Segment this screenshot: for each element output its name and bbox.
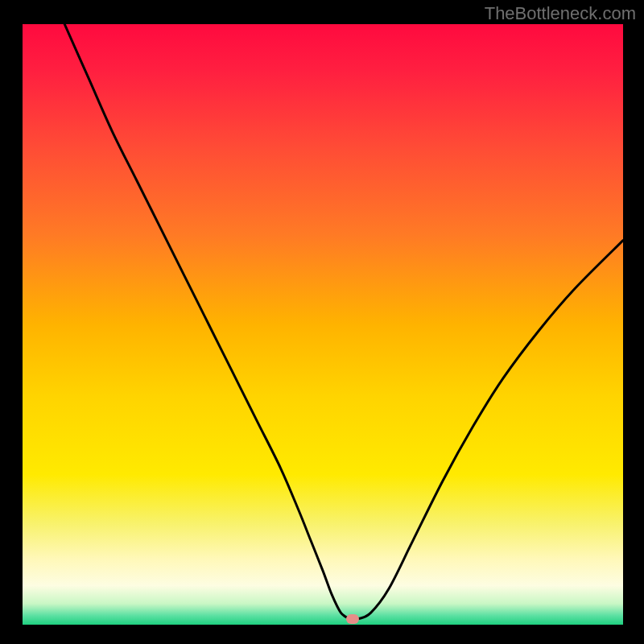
chart-frame: TheBottleneck.com [0, 0, 644, 644]
gradient-background [23, 24, 623, 625]
plot-svg [23, 24, 623, 625]
optimal-point-marker [346, 614, 359, 624]
plot-area [23, 24, 623, 625]
attribution-watermark: TheBottleneck.com [485, 3, 636, 24]
